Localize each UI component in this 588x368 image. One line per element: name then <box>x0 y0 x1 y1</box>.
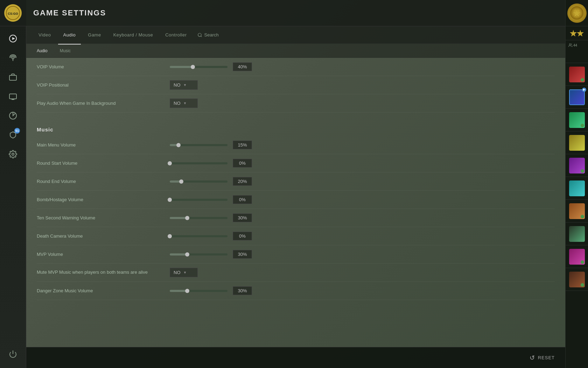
tab-audio[interactable]: Audio <box>58 29 81 41</box>
settings-content: VOIP Volume 40% VOIP Positional NO <box>26 58 565 300</box>
main-menu-volume-label: Main Menu Volume <box>37 142 170 148</box>
friend-avatar-7 <box>569 203 585 219</box>
avatar-row-10[interactable] <box>566 268 588 291</box>
csgo-logo: CS:GO <box>4 4 22 22</box>
friend-count: 44 <box>568 43 577 47</box>
avatar-row-7[interactable] <box>566 200 588 223</box>
bomb-hostage-volume-slider[interactable] <box>170 199 227 201</box>
mvp-volume-control: 30% <box>170 250 555 259</box>
header: GAME SETTINGS <box>26 0 565 26</box>
avatar-row-4[interactable] <box>566 131 588 154</box>
avatar-row-5[interactable] <box>566 154 588 177</box>
danger-zone-music-volume-slider[interactable] <box>170 290 227 292</box>
section-separator <box>37 113 555 120</box>
death-camera-volume-slider[interactable] <box>170 235 227 237</box>
page-title: GAME SETTINGS <box>33 8 106 18</box>
search-label: Search <box>204 32 219 38</box>
bottom-bar: ↺ RESET <box>26 347 565 368</box>
voip-positional-row: VOIP Positional NO ▼ <box>37 76 555 94</box>
right-top-profile[interactable] <box>566 0 588 26</box>
tab-controller[interactable]: Controller <box>160 29 192 41</box>
subtab-music[interactable]: Music <box>56 47 74 55</box>
friend-avatar-4 <box>569 135 585 151</box>
reset-button[interactable]: ↺ RESET <box>530 354 555 362</box>
shield-badge: 51 <box>14 128 20 134</box>
friend-avatar-5 <box>569 158 585 173</box>
round-end-volume-track <box>170 180 181 183</box>
chart-icon[interactable] <box>4 107 22 124</box>
mvp-volume-track <box>170 253 187 255</box>
friend-avatar-3 <box>569 112 585 128</box>
round-end-volume-control: 20% <box>170 177 555 186</box>
friend-count-number: 44 <box>573 43 577 47</box>
voip-positional-dropdown[interactable]: NO ▼ <box>170 80 198 90</box>
mvp-volume-row: MVP Volume 30% <box>37 245 555 264</box>
mute-mvp-music-arrow: ▼ <box>183 271 187 274</box>
play-audio-background-arrow: ▼ <box>183 101 187 105</box>
round-start-volume-label: Round Start Volume <box>37 161 170 166</box>
subtab-audio[interactable]: Audio <box>33 47 51 55</box>
death-camera-volume-label: Death Camera Volume <box>37 233 170 239</box>
rank-stars-icon <box>570 28 584 39</box>
tv-icon[interactable] <box>4 88 22 105</box>
tab-keyboard-mouse[interactable]: Keyboard / Mouse <box>108 29 159 41</box>
round-end-volume-slider[interactable] <box>170 180 227 183</box>
friend-avatar-10 <box>569 272 585 287</box>
friends-icon <box>568 43 573 47</box>
death-camera-volume-value: 0% <box>233 232 252 240</box>
briefcase-icon[interactable] <box>4 68 22 86</box>
round-end-volume-label: Round End Volume <box>37 179 170 184</box>
main-menu-volume-value: 15% <box>233 141 252 149</box>
danger-zone-music-volume-track <box>170 290 187 292</box>
mute-mvp-music-dropdown[interactable]: NO ▼ <box>170 268 198 277</box>
search-tab[interactable]: Search <box>197 32 219 38</box>
main-content: GAME SETTINGS Video Audio Game Keyboard … <box>26 0 565 368</box>
bomb-hostage-volume-value: 0% <box>233 195 252 204</box>
avatar-row-1[interactable] <box>566 63 588 86</box>
antenna-icon[interactable] <box>4 49 22 67</box>
online-indicator-7 <box>581 215 584 218</box>
avatar-row-2[interactable]: ▶ <box>566 86 588 109</box>
friend-avatar-2 <box>569 89 585 105</box>
main-menu-volume-thumb <box>176 143 181 147</box>
round-start-volume-thumb <box>168 161 172 165</box>
tab-game[interactable]: Game <box>83 29 106 41</box>
sub-tab-bar: Audio Music <box>26 44 565 58</box>
svg-marker-18 <box>577 30 584 36</box>
online-indicator-5 <box>581 169 584 173</box>
online-indicator-9 <box>581 260 584 264</box>
avatar-row-9[interactable] <box>566 245 588 268</box>
round-start-volume-slider[interactable] <box>170 162 227 164</box>
main-menu-volume-row: Main Menu Volume 15% <box>37 136 555 154</box>
danger-zone-music-volume-value: 30% <box>233 286 252 295</box>
shield-icon[interactable]: 51 <box>4 126 22 144</box>
round-end-volume-value: 20% <box>233 177 252 186</box>
voip-volume-row: VOIP Volume 40% <box>37 58 555 76</box>
mvp-volume-label: MVP Volume <box>37 252 170 257</box>
main-menu-volume-slider[interactable] <box>170 144 227 146</box>
svg-marker-17 <box>570 30 577 36</box>
gear-icon[interactable] <box>4 145 22 163</box>
avatar-row-8[interactable] <box>566 223 588 245</box>
logo-area: CS:GO <box>0 0 26 26</box>
power-icon[interactable] <box>4 345 22 363</box>
friend-avatar-9 <box>569 249 585 265</box>
avatar-row-6[interactable] <box>566 177 588 200</box>
rank-stars <box>566 26 588 40</box>
play-audio-background-dropdown[interactable]: NO ▼ <box>170 98 198 108</box>
ten-second-warning-volume-label: Ten Second Warning Volume <box>37 215 170 220</box>
voip-positional-label: VOIP Positional <box>37 82 170 88</box>
ten-second-warning-volume-slider[interactable] <box>170 217 227 219</box>
avatar-row-3[interactable] <box>566 109 588 131</box>
danger-zone-music-volume-row: Danger Zone Music Volume 30% <box>37 282 555 300</box>
svg-point-11 <box>12 153 14 155</box>
voip-volume-control: 40% <box>170 62 555 71</box>
mvp-volume-slider[interactable] <box>170 253 227 255</box>
voip-volume-slider[interactable] <box>170 66 227 68</box>
friend-count-row: 44 <box>566 40 588 63</box>
tab-video[interactable]: Video <box>33 29 56 41</box>
round-start-volume-control: 0% <box>170 159 555 168</box>
voip-positional-value: NO <box>174 82 181 88</box>
svg-marker-3 <box>12 37 15 40</box>
play-button-icon[interactable] <box>4 30 22 47</box>
